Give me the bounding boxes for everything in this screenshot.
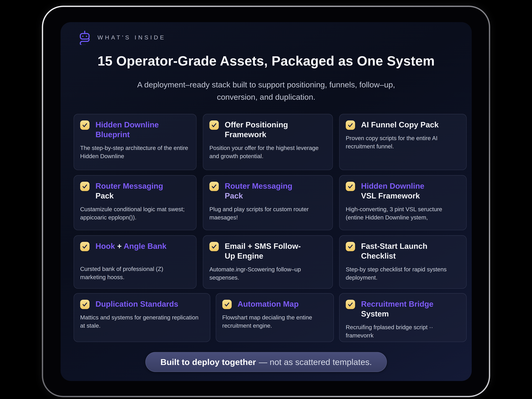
feature-card: Offer PositioningFramework Position your… xyxy=(203,114,333,170)
card-title-segment: Framework xyxy=(225,130,266,139)
feature-card: Hidden DownlineVSL Framework High-conver… xyxy=(339,175,467,230)
card-description: Mattics and systems for generating repli… xyxy=(80,313,204,330)
card-title-segment: Router Messaging xyxy=(95,182,163,190)
card-title: Hook + Angle Bank xyxy=(95,241,167,251)
card-header: Fast-Start LaunchChecklist xyxy=(346,241,460,261)
checkbox-checked-icon xyxy=(80,300,89,309)
card-title-segment: Duplication Standards xyxy=(95,300,178,308)
card-description: Cursted bank of professional (Z) marketi… xyxy=(80,265,190,284)
footer-pill-bold: Built to deploy together xyxy=(160,357,256,367)
checkbox-checked-icon xyxy=(209,242,219,251)
card-description: Position your offer for the highest leve… xyxy=(209,144,326,160)
card-title-segment: Fast-Start Launch xyxy=(361,242,427,251)
card-title: Automation Map xyxy=(238,299,299,309)
card-title: Fast-Start LaunchChecklist xyxy=(361,241,427,261)
card-header: Offer PositioningFramework xyxy=(209,120,326,139)
card-title-segment: Hook xyxy=(95,242,117,251)
card-title-segment: Up Engine xyxy=(225,252,263,260)
card-description: Recruifing frplased bridge script ·· fra… xyxy=(346,323,460,340)
card-title-segment: + xyxy=(117,242,122,251)
checkbox-checked-icon xyxy=(209,120,219,130)
card-title: Duplication Standards xyxy=(95,299,178,309)
card-title-segment: Pack xyxy=(225,191,243,200)
card-description: The step-by-step architecture of the ent… xyxy=(80,144,190,160)
card-description: Flowshart map decialing the entine recru… xyxy=(222,313,327,330)
checkbox-checked-icon xyxy=(346,300,355,309)
feature-card: Router MessagingPack Plug and play scrip… xyxy=(203,175,333,230)
card-title-segment: Email + SMS Follow- xyxy=(225,242,301,251)
feature-card: Duplication Standards Mattics and system… xyxy=(74,293,210,342)
subtitle-line-1: A deployment–ready stack built to suppor… xyxy=(137,80,395,89)
card-title-segment: Hidden Downline xyxy=(361,182,424,190)
checkbox-checked-icon xyxy=(80,242,89,251)
feature-card: Router MessagingPack Custamizule conditi… xyxy=(74,175,196,230)
card-header: Router MessagingPack xyxy=(209,181,326,201)
card-header: Hidden DownlineVSL Framework xyxy=(346,181,460,201)
card-header: Recruitment BridgeSystem xyxy=(346,299,460,319)
card-description: Proven copy scripts for the entire AI re… xyxy=(346,134,460,151)
footer-pill-light: — not as scattered templates. xyxy=(259,357,372,367)
card-header: AI Funnel Copy Pack xyxy=(346,120,460,130)
subtitle-line-2: conversion, and duplication. xyxy=(217,93,315,101)
card-header: Hook + Angle Bank xyxy=(80,241,190,251)
screen: WHAT'S INSIDE 15 Operator-Grade Assets, … xyxy=(61,22,472,381)
card-title-segment: Blueprint xyxy=(95,130,130,139)
card-header: Automation Map xyxy=(222,299,327,309)
feature-card: Email + SMS Follow-Up Engine Automate.in… xyxy=(203,235,333,289)
card-title: Hidden DownlineBlueprint xyxy=(95,120,159,139)
card-title-segment: Offer Positioning xyxy=(225,120,288,129)
cards-row: Router MessagingPack Custamizule conditi… xyxy=(74,175,467,230)
eyebrow-label: WHAT'S INSIDE xyxy=(97,34,166,41)
cards-row: Duplication Standards Mattics and system… xyxy=(74,293,467,342)
card-description: High-converting, 3 pint VSL seructure (e… xyxy=(346,205,460,222)
card-title-segment: Automation Map xyxy=(238,300,299,308)
card-title: Recruitment BridgeSystem xyxy=(361,299,433,319)
card-title: Router MessagingPack xyxy=(95,181,163,201)
page-title: 15 Operator-Grade Assets, Packaged as On… xyxy=(61,53,472,69)
tablet-frame: WHAT'S INSIDE 15 Operator-Grade Assets, … xyxy=(42,6,490,397)
card-title-segment: System xyxy=(361,309,389,318)
cards-row: Hook + Angle Bank Cursted bank of profes… xyxy=(74,235,467,289)
tablet-bezel: WHAT'S INSIDE 15 Operator-Grade Assets, … xyxy=(43,7,489,396)
checkbox-checked-icon xyxy=(346,182,355,191)
cards-row: Hidden DownlineBlueprint The step-by-ste… xyxy=(74,114,467,170)
feature-card: Recruitment BridgeSystem Recruifing frpl… xyxy=(339,293,467,342)
card-description: Custamizule conditional logic mat swest;… xyxy=(80,205,190,222)
feature-card: AI Funnel Copy Pack Proven copy scripts … xyxy=(339,114,467,170)
card-title: Hidden DownlineVSL Framework xyxy=(361,181,424,201)
card-title-segment: AI Funnel Copy Pack xyxy=(361,120,439,129)
card-title-segment: VSL Framework xyxy=(361,191,420,200)
checkbox-checked-icon xyxy=(209,182,219,191)
card-title: Email + SMS Follow-Up Engine xyxy=(225,241,301,261)
card-title: AI Funnel Copy Pack xyxy=(361,120,439,130)
card-title: Offer PositioningFramework xyxy=(225,120,288,139)
cards-grid: Hidden DownlineBlueprint The step-by-ste… xyxy=(74,114,467,342)
feature-card: Hook + Angle Bank Cursted bank of profes… xyxy=(74,235,196,289)
page-subtitle: A deployment–ready stack built to suppor… xyxy=(61,79,472,103)
checkbox-checked-icon xyxy=(346,242,355,251)
brand-header: WHAT'S INSIDE xyxy=(77,30,166,45)
card-description: Plug and play scripts for custom router … xyxy=(209,205,326,222)
card-description: Step-by step checklist for rapid systens… xyxy=(346,265,460,282)
footer-pill: Built to deploy together — not as scatte… xyxy=(146,352,387,372)
card-title-segment: Pack xyxy=(95,191,114,200)
checkbox-checked-icon xyxy=(80,120,89,130)
card-title-segment: Recruitment Bridge xyxy=(361,300,433,308)
robot-icon xyxy=(77,30,92,45)
feature-card: Fast-Start LaunchChecklist Step-by step … xyxy=(339,235,467,289)
card-header: Hidden DownlineBlueprint xyxy=(80,120,190,139)
feature-card: Hidden DownlineBlueprint The step-by-ste… xyxy=(74,114,196,170)
checkbox-checked-icon xyxy=(346,120,355,130)
card-header: Router MessagingPack xyxy=(80,181,190,201)
feature-card: Automation Map Flowshart map decialing t… xyxy=(216,293,334,342)
card-title: Router MessagingPack xyxy=(225,181,292,201)
checkbox-checked-icon xyxy=(80,182,89,191)
checkbox-checked-icon xyxy=(222,300,232,309)
card-title-segment: Angle Bank xyxy=(122,242,167,251)
card-title-segment: Checklist xyxy=(361,252,396,260)
card-description: Automate.ingr-Scowering follow–up seqpen… xyxy=(209,265,326,282)
card-header: Duplication Standards xyxy=(80,299,204,309)
card-title-segment: Router Messaging xyxy=(225,182,292,190)
card-title-segment: Hidden Downline xyxy=(95,120,159,129)
card-header: Email + SMS Follow-Up Engine xyxy=(209,241,326,261)
